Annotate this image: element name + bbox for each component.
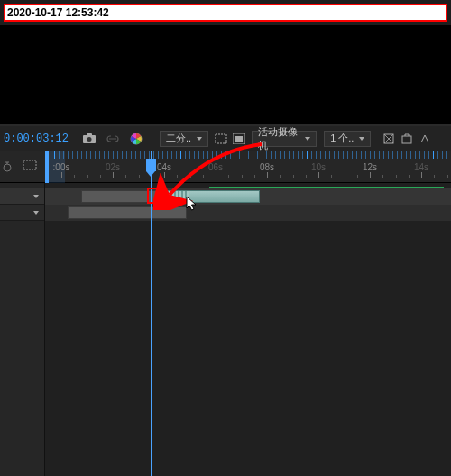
svg-point-2 [87,137,92,142]
svg-rect-8 [402,136,411,143]
toolbar-separator [152,131,152,147]
chevron-down-icon [33,211,39,215]
chevron-down-icon [33,195,39,198]
preview-viewport[interactable] [0,25,451,126]
clip-transition-hatch [163,191,189,202]
timeline-left-tools [0,151,14,183]
region-icon[interactable] [215,133,227,145]
svg-rect-4 [216,134,226,143]
view-count-dropdown[interactable]: 1 个.. [324,131,371,147]
tool-icon-3[interactable] [419,133,431,145]
current-timecode[interactable]: 0:00:03:12 [4,133,69,145]
track-row-1[interactable] [45,188,451,205]
layer-headers-column [0,183,45,476]
resolution-dropdown[interactable]: 二分.. [160,131,208,147]
timeline-header: :00s02s04s06s08s10s12s14s16s [0,151,451,183]
timeline-panel: :00s02s04s06s08s10s12s14s16s 友 [0,151,451,476]
tool-icon-2[interactable] [400,133,413,145]
link-icon[interactable] [105,131,121,147]
timeline-body [0,183,451,476]
clip-layer-2[interactable] [68,206,187,219]
stopwatch-icon[interactable] [2,160,13,176]
time-ruler[interactable]: :00s02s04s06s08s10s12s14s16s [45,151,451,182]
snapshot-icon[interactable] [81,131,97,147]
camera-dropdown[interactable]: 活动摄像机 [252,131,317,147]
svg-rect-1 [87,133,92,136]
annotation-red-box [147,188,165,204]
layer-header-1[interactable] [0,188,44,205]
timestamp-text: 2020-10-17 12:53:42 [7,6,109,19]
track-row-2[interactable] [45,205,451,221]
shy-toggle-icon[interactable] [22,159,38,175]
track-area[interactable] [45,183,451,476]
mask-toggle-icon[interactable] [233,133,245,145]
svg-point-9 [4,164,11,171]
color-wheel-icon[interactable] [128,131,144,147]
svg-rect-10 [23,160,36,169]
layer-header-2[interactable] [0,205,44,221]
timeline-header-left [14,151,45,182]
svg-rect-6 [235,136,243,142]
clip-audio[interactable] [162,190,260,203]
tool-icon-1[interactable] [382,133,395,145]
timestamp-overlay: 2020-10-17 12:53:42 [4,4,447,22]
preview-toolbar: 0:00:03:12 二分.. 活动摄像机 1 个.. [0,126,451,151]
